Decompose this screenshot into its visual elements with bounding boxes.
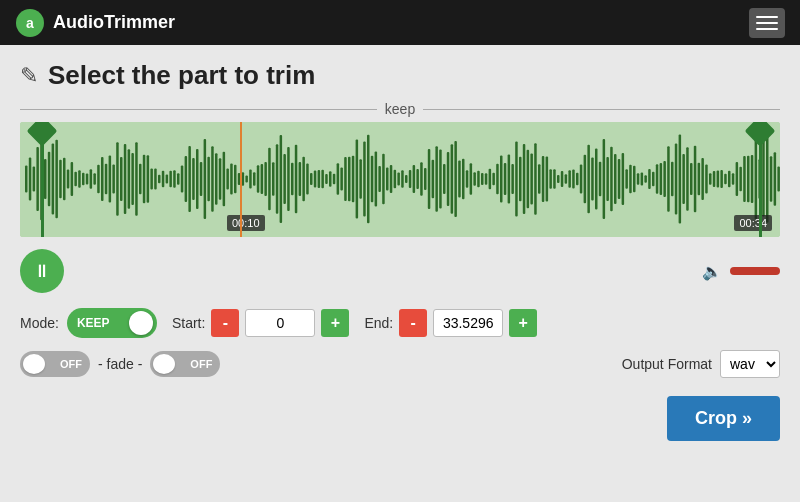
start-label: Start: (172, 315, 205, 331)
svg-rect-81 (318, 170, 321, 188)
svg-rect-108 (420, 162, 423, 195)
svg-rect-32 (131, 153, 134, 205)
handle-right[interactable] (750, 122, 770, 237)
svg-rect-59 (234, 165, 237, 193)
start-input[interactable] (245, 309, 315, 337)
end-minus-button[interactable]: - (399, 309, 427, 337)
play-pause-button[interactable]: ⏸ (20, 249, 64, 293)
start-minus-button[interactable]: - (211, 309, 239, 337)
svg-rect-147 (568, 170, 571, 187)
handle-left[interactable] (32, 122, 52, 237)
svg-rect-177 (682, 154, 685, 204)
svg-rect-167 (644, 175, 647, 182)
keep-label: keep (377, 101, 423, 117)
svg-rect-161 (622, 153, 625, 205)
svg-rect-129 (500, 156, 503, 203)
crop-button[interactable]: Crop » (667, 396, 780, 441)
fade-right-toggle[interactable]: OFF (150, 351, 220, 377)
header: a AudioTrimmer (0, 0, 800, 45)
page-title: Select the part to trim (48, 60, 315, 91)
svg-rect-70 (276, 144, 279, 213)
svg-rect-71 (280, 135, 283, 223)
svg-rect-110 (428, 149, 431, 209)
svg-rect-39 (158, 175, 161, 184)
svg-rect-176 (679, 135, 682, 224)
svg-rect-54 (215, 153, 218, 205)
svg-rect-117 (454, 141, 457, 217)
svg-rect-105 (409, 170, 412, 188)
svg-rect-154 (595, 148, 598, 209)
svg-rect-66 (261, 164, 264, 194)
svg-rect-122 (473, 172, 476, 186)
svg-rect-115 (447, 152, 450, 206)
svg-rect-123 (477, 171, 480, 188)
svg-rect-95 (371, 156, 374, 203)
svg-rect-171 (660, 163, 663, 195)
svg-rect-25 (105, 164, 108, 194)
playhead (240, 122, 242, 237)
svg-rect-151 (584, 155, 587, 204)
svg-rect-45 (181, 165, 184, 192)
svg-rect-92 (359, 159, 362, 198)
svg-rect-22 (93, 173, 96, 185)
mode-toggle[interactable]: KEEP (67, 308, 157, 338)
svg-rect-140 (542, 156, 545, 202)
end-label: End: (364, 315, 393, 331)
svg-rect-157 (606, 157, 609, 201)
hamburger-line-2 (756, 22, 778, 24)
svg-rect-52 (207, 157, 210, 201)
svg-rect-114 (443, 164, 446, 194)
fade-left-toggle[interactable]: OFF (20, 351, 90, 377)
svg-rect-148 (572, 169, 575, 188)
svg-rect-138 (534, 143, 537, 214)
svg-rect-139 (538, 164, 541, 193)
svg-rect-165 (637, 173, 640, 185)
trim-controls: Mode: KEEP Start: - + End: - + (20, 308, 780, 338)
end-plus-button[interactable]: + (509, 309, 537, 337)
end-input[interactable] (433, 309, 503, 337)
svg-rect-201 (774, 152, 777, 205)
svg-rect-130 (504, 163, 507, 195)
hamburger-menu-button[interactable] (749, 8, 785, 38)
svg-rect-170 (656, 164, 659, 193)
volume-bar[interactable] (730, 267, 780, 275)
svg-rect-48 (192, 158, 195, 200)
svg-rect-82 (321, 170, 324, 188)
svg-rect-85 (333, 174, 336, 185)
output-format-select[interactable]: wav mp3 ogg (720, 350, 780, 378)
svg-rect-56 (223, 152, 226, 207)
svg-rect-80 (314, 170, 317, 187)
edit-icon: ✎ (20, 63, 38, 89)
start-plus-button[interactable]: + (321, 309, 349, 337)
svg-rect-144 (557, 175, 560, 183)
volume-icon: 🔈 (702, 262, 722, 281)
svg-rect-166 (641, 172, 644, 185)
svg-rect-77 (302, 157, 305, 202)
svg-rect-23 (97, 165, 100, 193)
waveform-container[interactable]: // Will be done via inline SVG generatio… (20, 122, 780, 237)
svg-rect-67 (264, 162, 267, 196)
play-pause-icon: ⏸ (33, 261, 51, 282)
svg-rect-168 (648, 169, 651, 189)
mode-toggle-knob (129, 311, 153, 335)
svg-rect-160 (618, 159, 621, 199)
svg-rect-88 (344, 157, 347, 201)
svg-rect-86 (337, 163, 340, 195)
mode-group: Mode: KEEP (20, 308, 157, 338)
svg-rect-111 (432, 160, 435, 198)
fade-group: OFF - fade - OFF (20, 351, 220, 377)
svg-rect-190 (732, 173, 735, 184)
svg-rect-163 (629, 165, 632, 194)
svg-rect-184 (709, 173, 712, 184)
svg-rect-149 (576, 173, 579, 185)
svg-rect-134 (519, 157, 522, 201)
svg-rect-64 (253, 172, 256, 185)
svg-rect-116 (451, 144, 454, 214)
hamburger-line-3 (756, 28, 778, 30)
volume-area: 🔈 (702, 262, 780, 281)
svg-rect-21 (90, 169, 93, 189)
svg-rect-29 (120, 157, 123, 201)
svg-rect-124 (481, 173, 484, 185)
bottom-controls: OFF - fade - OFF Output Format wav mp3 o… (20, 350, 780, 378)
waveform-bars (20, 122, 780, 237)
